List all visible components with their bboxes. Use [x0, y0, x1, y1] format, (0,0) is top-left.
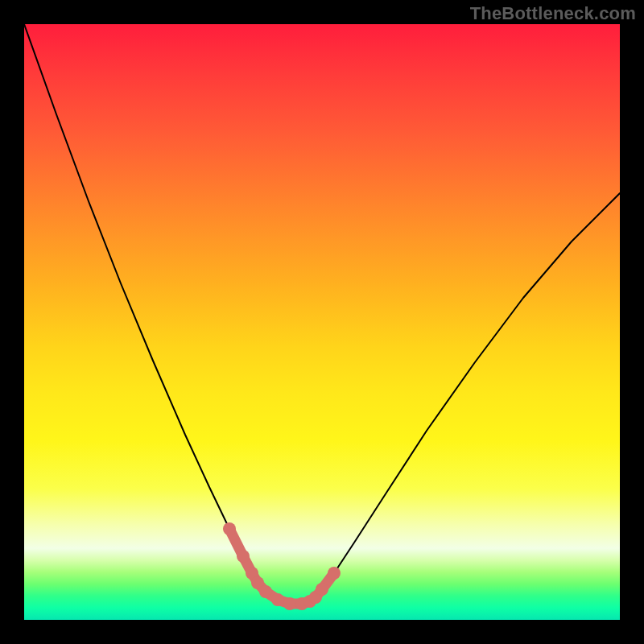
- highlight-dot: [223, 522, 236, 535]
- curve-layer: [24, 24, 620, 620]
- highlight-dot: [237, 550, 250, 563]
- highlight-dot: [328, 567, 341, 580]
- bottleneck-curve: [24, 24, 620, 604]
- attribution-label: TheBottleneck.com: [470, 3, 636, 24]
- plot-area: [24, 24, 620, 620]
- highlight-dot: [259, 585, 272, 598]
- highlight-dot: [271, 593, 284, 606]
- chart-stage: TheBottleneck.com: [0, 0, 644, 644]
- bottleneck-highlight-dots: [223, 522, 341, 610]
- highlight-dot: [316, 583, 328, 596]
- highlight-dot: [283, 597, 296, 610]
